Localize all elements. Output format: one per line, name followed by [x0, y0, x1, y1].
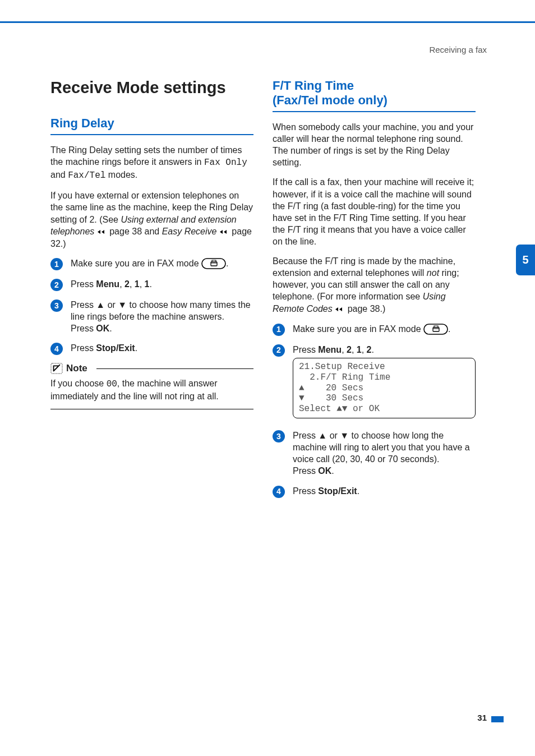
step-1: 1 Make sure you are in FAX mode . — [50, 257, 253, 270]
page-title: Receive Mode settings — [50, 79, 253, 97]
see-arrows-icon — [335, 303, 345, 315]
see-arrows-icon — [219, 226, 229, 238]
see-arrows-icon — [97, 226, 107, 238]
top-rule — [0, 21, 535, 23]
section-ft-ring-time: F/T Ring Time(Fax/Tel mode only) — [273, 79, 476, 112]
step-3: 3 Press ▲ or ▼ to choose how long the ma… — [273, 430, 476, 477]
ft-steps-a: 1 Make sure you are in FAX mode . 2 Pres… — [273, 323, 476, 426]
note-bottom-rule — [50, 409, 253, 409]
ft-para-3: Because the F/T ring is made by the mach… — [273, 255, 476, 315]
down-arrow-icon: ▼ — [118, 300, 127, 310]
lcd-display: 21.Setup Receive 2.F/T Ring Time ▲ 20 Se… — [293, 358, 476, 418]
right-column: F/T Ring Time(Fax/Tel mode only) When so… — [273, 79, 476, 506]
page-number: 31 — [477, 713, 487, 722]
up-arrow-icon: ▲ — [318, 431, 327, 440]
note-body: If you choose 00, the machine will answe… — [50, 377, 253, 402]
heading-ft-ring-time: F/T Ring Time(Fax/Tel mode only) — [273, 79, 476, 110]
step-2: 2 Press Menu, 2, 1, 2. 21.Setup Receive … — [273, 344, 476, 426]
page-number-bar — [491, 716, 504, 722]
note-block: Note If you choose 00, the machine will … — [50, 363, 253, 409]
step-bullet-1: 1 — [273, 324, 285, 336]
ft-para-1: When somebody calls your machine, you an… — [273, 121, 476, 168]
step-bullet-4: 4 — [273, 486, 285, 498]
note-icon — [50, 363, 63, 374]
step-4: 4 Press Stop/Exit. — [50, 342, 253, 355]
left-column: Receive Mode settings Ring Delay The Rin… — [50, 79, 253, 506]
step-bullet-2: 2 — [50, 279, 63, 291]
step-bullet-3: 3 — [50, 299, 63, 312]
step-4: 4 Press Stop/Exit. — [273, 485, 476, 498]
heading-ring-delay: Ring Delay — [50, 116, 253, 133]
ring-delay-steps: 1 Make sure you are in FAX mode . 2 Pres… — [50, 257, 253, 355]
ring-delay-para-2: If you have external or extension teleph… — [50, 190, 253, 250]
chapter-tab: 5 — [516, 245, 535, 275]
up-arrow-icon: ▲ — [96, 300, 105, 310]
heading-rule — [50, 134, 253, 135]
step-bullet-4: 4 — [50, 343, 63, 355]
step-bullet-2: 2 — [273, 344, 285, 357]
step-1: 1 Make sure you are in FAX mode . — [273, 323, 476, 336]
ft-para-2: If the call is a fax, then your machine … — [273, 176, 476, 247]
fax-mode-icon — [423, 324, 448, 335]
step-2: 2 Press Menu, 2, 1, 1. — [50, 278, 253, 291]
down-arrow-icon: ▼ — [340, 431, 349, 440]
svg-rect-4 — [433, 328, 439, 331]
svg-rect-1 — [211, 262, 217, 266]
step-bullet-1: 1 — [50, 258, 63, 270]
step-3: 3 Press ▲ or ▼ to choose how many times … — [50, 299, 253, 334]
ft-steps-b: 3 Press ▲ or ▼ to choose how long the ma… — [273, 430, 476, 497]
note-label: Note — [66, 363, 87, 374]
ring-delay-para-1: The Ring Delay setting sets the number o… — [50, 144, 253, 182]
fax-mode-icon — [201, 258, 226, 270]
breadcrumb: Receiving a fax — [429, 45, 487, 54]
content-columns: Receive Mode settings Ring Delay The Rin… — [50, 79, 487, 506]
step-bullet-3: 3 — [273, 430, 285, 442]
note-rule — [96, 368, 253, 369]
heading-rule — [273, 111, 476, 112]
section-ring-delay: Ring Delay — [50, 116, 253, 135]
